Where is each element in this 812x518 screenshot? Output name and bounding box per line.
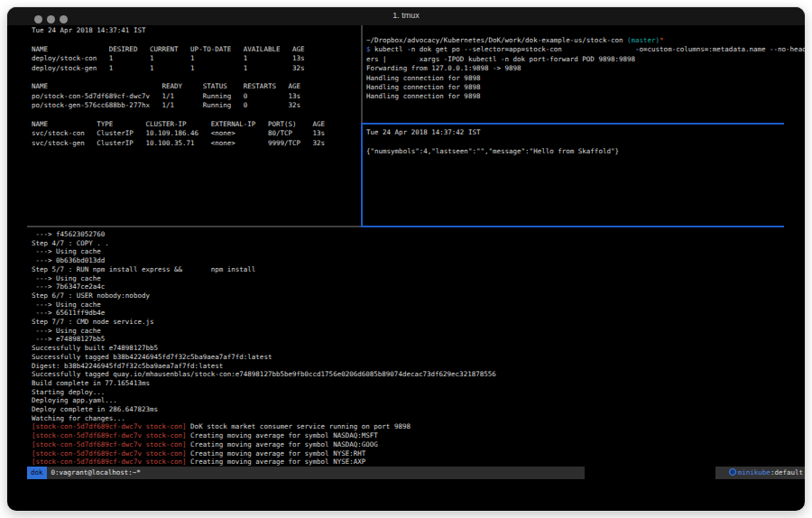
command-text: kubectl -n dok get po --selector=app=sto… [371,45,805,53]
port-forward-output: ers | xargs -IPOD kubectl -n dok port-fo… [366,55,805,102]
terminal-window: 1. tmux Tue 24 Apr 2018 14:37:41 IST NAM… [7,7,805,511]
pod-log-prefix: [stock-con-5d7df689cf-dwc7v stock-con] [32,449,187,458]
pane-kubectl-watch[interactable]: Tue 24 Apr 2018 14:37:41 IST NAME DESIRE… [32,26,360,225]
pane-port-forward[interactable]: ~/Dropbox/advocacy/Kubernetes/DoK/work/d… [366,36,805,122]
pod-log-prefix: [stock-con-5d7df689cf-dwc7v stock-con] [32,422,187,430]
pod-log-prefix: [stock-con-5d7df689cf-dwc7v stock-con] [32,440,187,449]
pane-divider-horizontal-active-top [361,123,784,125]
pod-log-prefix: [stock-con-5d7df689cf-dwc7v stock-con] [32,458,187,466]
pod-log-line: [stock-con-5d7df689cf-dwc7v stock-con] C… [32,440,784,449]
kubernetes-context-icon [729,468,736,476]
pane-divider-vertical-inactive [361,25,363,123]
pod-log-line: [stock-con-5d7df689cf-dwc7v stock-con] D… [32,422,784,431]
shell-prompt-line: ~/Dropbox/advocacy/Kubernetes/DoK/work/d… [366,36,805,45]
kube-namespace-label: :default [770,468,803,476]
session-name-chip[interactable]: dok [27,467,47,479]
git-dirty-flag: * [660,36,664,44]
pod-log-message: Creating moving average for symbol NYSE:… [187,458,366,466]
shell-command-line: $ kubectl -n dok get po --selector=app=s… [366,45,805,54]
prompt-path: ~/Dropbox/advocacy/Kubernetes/DoK/work/d… [366,36,627,44]
pod-log-message: DoK stock market consumer service runnin… [187,422,411,430]
pod-log-prefix: [stock-con-5d7df689cf-dwc7v stock-con] [32,431,187,439]
pod-log-line: [stock-con-5d7df689cf-dwc7v stock-con] C… [32,458,784,467]
pod-log-line: [stock-con-5d7df689cf-dwc7v stock-con] C… [32,449,784,458]
git-branch-label: (master) [627,36,660,44]
window-title: 1. tmux [7,11,805,20]
kube-context-label: minikube [738,468,770,476]
pod-log-message: Creating moving average for symbol NASDA… [187,440,378,449]
pod-log-message: Creating moving average for symbol NASDA… [187,431,378,439]
pane-curl-output[interactable]: Tue 24 Apr 2018 14:37:42 IST {"numsymbol… [366,128,790,218]
window-list-item[interactable]: 0:vagrant@localhost:~* [51,468,141,476]
tmux-status-left: dok0:vagrant@localhost:~* [27,467,585,479]
pane-divider-horizontal-inactive [27,226,361,227]
pane-divider-horizontal-active-bottom [361,226,784,227]
pod-log-line: [stock-con-5d7df689cf-dwc7v stock-con] C… [32,431,784,440]
pane-skaffold-build[interactable]: ---> f45623052760 Step 4/7 : COPY . . --… [32,230,784,467]
pane-divider-vertical-active [361,123,363,227]
tmux-status-right: minikube:default [715,467,805,479]
window-titlebar[interactable]: 1. tmux [7,7,805,26]
desktop-background: 1. tmux Tue 24 Apr 2018 14:37:41 IST NAM… [0,0,812,518]
skaffold-build-output: ---> f45623052760 Step 4/7 : COPY . . --… [32,230,784,422]
pod-log-message: Creating moving average for symbol NYSE:… [187,449,366,458]
